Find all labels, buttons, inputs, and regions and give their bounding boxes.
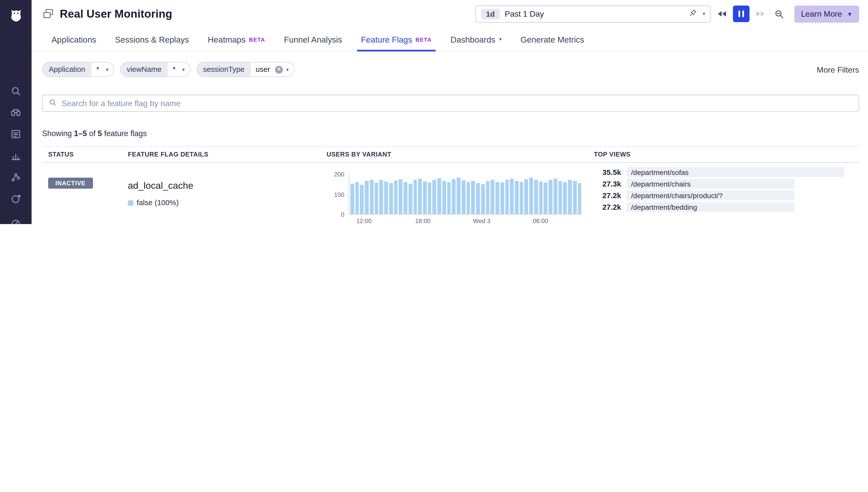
tab-heatmaps[interactable]: HeatmapsBETA <box>198 28 274 51</box>
search-icon[interactable] <box>6 85 25 97</box>
bar <box>360 174 364 214</box>
column-header: STATUS <box>48 151 128 157</box>
y-tick-label: 200 <box>334 171 344 177</box>
top-view-row[interactable]: 35.5k/department/sofas <box>594 167 844 177</box>
skip-back-button[interactable] <box>716 8 727 19</box>
bar <box>409 174 412 214</box>
tab-generate-metrics[interactable]: Generate Metrics <box>511 28 594 51</box>
tab-funnel-analysis[interactable]: Funnel Analysis <box>274 28 352 51</box>
bar <box>355 174 359 214</box>
pin-icon[interactable] <box>689 8 698 19</box>
filter-pills: Application*▾viewName*▾sessionTypeuser✕▾ <box>42 62 294 77</box>
bar <box>423 174 427 214</box>
filter-viewname[interactable]: viewName*▾ <box>120 62 190 77</box>
bar <box>544 174 548 214</box>
search-input[interactable] <box>62 99 853 107</box>
view-path: /department/chairs <box>631 179 691 188</box>
chevron-down-icon[interactable]: ▾ <box>180 63 190 76</box>
skip-forward-button[interactable] <box>755 8 766 19</box>
metrics-icon[interactable] <box>6 149 25 162</box>
top-view-row[interactable]: 27.2k/department/bedding <box>594 202 844 212</box>
tab-label: Funnel Analysis <box>284 34 342 44</box>
tab-dashboards[interactable]: Dashboards▾ <box>441 28 511 51</box>
bar <box>476 174 480 214</box>
bar <box>380 174 383 214</box>
bar <box>529 174 533 214</box>
search-icon <box>48 98 57 108</box>
tab-label: Heatmaps <box>208 34 246 44</box>
feature-flag-row: INACTIVEad_local_cachefalse (100%)010020… <box>42 163 859 224</box>
pause-button[interactable] <box>733 5 749 22</box>
time-range-label: Past 1 Day <box>505 9 544 18</box>
bar <box>399 174 403 214</box>
sidebar <box>0 0 31 224</box>
more-filters-button[interactable]: More Filters <box>817 65 859 74</box>
top-view-row[interactable]: 27.3k/department/chairs <box>594 179 844 189</box>
bar <box>500 174 504 214</box>
filter-application[interactable]: Application*▾ <box>42 62 114 77</box>
tab-feature-flags[interactable]: Feature FlagsBETA <box>352 28 441 51</box>
logs-icon[interactable] <box>6 128 25 140</box>
chevron-down-icon[interactable]: ▾ <box>703 11 705 17</box>
filter-value: * <box>91 63 104 76</box>
top-views-list: 35.5k/department/sofas27.3k/department/c… <box>594 167 859 224</box>
bar <box>452 174 456 214</box>
chevron-down-icon: ▾ <box>499 36 502 42</box>
bar <box>520 174 524 214</box>
bar <box>418 174 422 214</box>
zoom-out-icon[interactable] <box>774 8 785 19</box>
bar <box>525 174 528 214</box>
filter-label: sessionType <box>197 63 251 76</box>
bar <box>365 174 369 214</box>
bar <box>384 174 388 214</box>
column-header: FEATURE FLAG DETAILS <box>128 151 327 157</box>
synthetics-icon[interactable] <box>6 193 25 205</box>
bar <box>461 174 465 214</box>
y-tick-label: 100 <box>334 191 344 198</box>
view-bar: /department/chairs <box>627 179 794 189</box>
view-path: /department/chairs/product/? <box>631 191 723 199</box>
main: Real User Monitoring 1d Past 1 Day ▾ <box>31 0 868 224</box>
bar <box>413 174 417 214</box>
bar <box>404 174 407 214</box>
sidebar-nav <box>6 85 25 224</box>
infrastructure-icon[interactable] <box>6 106 25 118</box>
flag-name-link[interactable]: ad_local_cache <box>128 180 327 192</box>
bar <box>394 174 398 214</box>
datadog-logo-icon[interactable] <box>5 4 27 26</box>
filter-value: * <box>168 63 180 76</box>
tab-label: Applications <box>51 34 96 44</box>
view-path: /department/sofas <box>631 168 689 176</box>
legend-item: false (100%) <box>128 199 179 207</box>
bar <box>549 174 553 214</box>
apm-icon[interactable] <box>6 171 25 183</box>
bar <box>350 174 354 214</box>
bar <box>428 174 432 214</box>
tab-applications[interactable]: Applications <box>42 28 106 51</box>
chevron-down-icon[interactable]: ▾ <box>104 63 113 76</box>
bar <box>554 174 557 214</box>
bar <box>539 174 543 214</box>
tab-label: Feature Flags <box>361 34 412 44</box>
bar <box>515 174 519 214</box>
time-range-selector[interactable]: 1d Past 1 Day ▾ <box>475 5 710 22</box>
tab-sessions-replays[interactable]: Sessions & Replays <box>106 28 198 51</box>
view-count: 27.3k <box>594 179 621 188</box>
clear-filter-icon[interactable]: ✕ <box>275 63 285 76</box>
dashboards-icon[interactable] <box>6 214 25 224</box>
x-tick-label: 12:00 <box>356 218 371 224</box>
variant-legend: false (100%) <box>128 199 327 207</box>
beta-badge: BETA <box>249 36 265 42</box>
top-view-row[interactable]: 27.2k/department/chairs/product/? <box>594 190 844 200</box>
beta-badge: BETA <box>416 36 432 42</box>
tab-label: Generate Metrics <box>521 34 584 44</box>
bar <box>471 174 475 214</box>
learn-more-button[interactable]: Learn More ▼ <box>794 5 859 22</box>
chevron-down-icon[interactable]: ▾ <box>285 63 293 76</box>
users-by-variant-chart: 010020012:0018:00Wed 306:00 <box>327 167 594 224</box>
filter-sessiontype[interactable]: sessionTypeuser✕▾ <box>196 62 294 77</box>
bar <box>573 174 577 214</box>
header-controls: 1d Past 1 Day ▾ <box>475 5 859 22</box>
status-badge: INACTIVE <box>48 178 93 189</box>
bar <box>578 174 581 214</box>
